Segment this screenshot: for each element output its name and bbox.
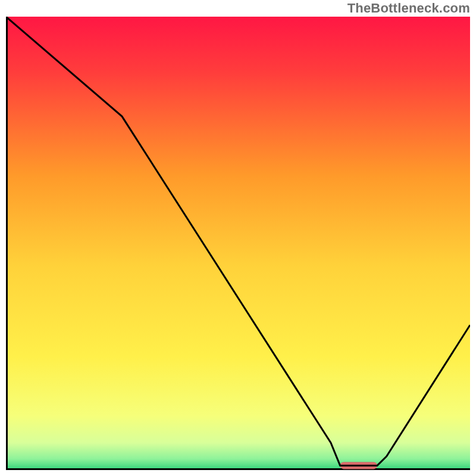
gradient-background xyxy=(6,17,470,470)
chart-svg xyxy=(6,17,470,470)
plot-area xyxy=(6,17,470,470)
watermark-text: TheBottleneck.com xyxy=(347,1,470,16)
chart-frame: TheBottleneck.com xyxy=(0,0,476,476)
